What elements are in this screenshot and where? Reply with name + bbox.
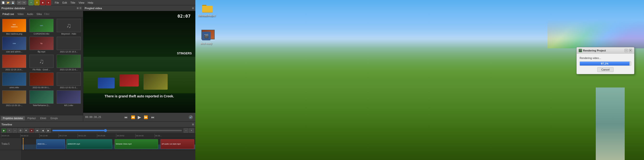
file-item[interactable]: TeleFileName (1... (28, 90, 55, 107)
export-icon[interactable]: ⬆ (34, 0, 40, 5)
tab-emojis[interactable]: Emojis (48, 116, 60, 120)
filter-video[interactable]: Video (16, 12, 24, 16)
tl-prev-btn[interactable]: ◀ (40, 128, 45, 133)
skip-to-start-btn[interactable]: ⏮ (124, 115, 128, 120)
file-item[interactable]: 2021-12-25 15:4... (1, 54, 28, 71)
file-item[interactable]: flip flip.mp4 (28, 36, 55, 53)
file-name: TeleFileName (1... (30, 104, 54, 107)
file-thumb: cow (2, 37, 26, 50)
tl-remove-track-btn[interactable]: − (12, 128, 17, 133)
tl-next-btn[interactable]: ▶ (46, 128, 51, 133)
tab-prijelazi[interactable]: Prijelazi (25, 116, 38, 120)
volume-btn[interactable]: 🔊 (188, 115, 193, 119)
menu-help[interactable]: Help (86, 1, 95, 4)
tl-zoom-fill (52, 130, 104, 131)
ruler-marks: 00:04:16 00:08:32 00:12:48 00:17:04 00:2… (1, 134, 174, 138)
file-item[interactable]: umro.mkv (1, 72, 28, 89)
timeline-header: Timeline ⊞ (0, 122, 195, 127)
tl-zoom-slider[interactable] (52, 130, 182, 131)
render-cancel-btn[interactable]: Cancel (597, 67, 614, 72)
record-icon[interactable]: ● (46, 0, 51, 5)
file-name: 2021-12-31 01-2... (57, 86, 81, 89)
panel-grid-icon[interactable]: ⊞ (77, 7, 79, 10)
timeline-controls: ▶ + − ⚙ ▼ ● ⏮ ◀ ▶ − + (0, 127, 195, 134)
clip[interactable]: aMADOR.mp4 (66, 139, 112, 149)
file-thumb (57, 55, 81, 68)
menu-file[interactable]: File (53, 1, 60, 4)
dialog-minimize-btn[interactable]: − (624, 49, 628, 52)
undo-icon[interactable]: ↩ (17, 1, 22, 5)
tl-record-btn[interactable]: ● (29, 128, 34, 133)
file-item[interactable]: 2022-01-08 00-1... (28, 72, 55, 89)
file-item[interactable]: cow cow and admin... (1, 36, 28, 53)
menu-view[interactable]: View (77, 1, 86, 4)
open-file-icon[interactable]: 📂 (6, 1, 10, 5)
file-item[interactable]: cars CARSHOW.mkv (28, 18, 55, 36)
menu-bar: 📄 📂 💾 ↩ ↪ + ⬆ ■ ● File Edit Title View H… (0, 0, 195, 5)
file-item[interactable]: 2021-12-29 22-0... (56, 54, 82, 71)
clip[interactable]: Melanie Gtee.mp4 (114, 139, 158, 149)
tl-add-track-btn[interactable]: + (7, 128, 12, 133)
skrei-icon: 🎬 (200, 30, 212, 42)
skip-to-end-btn[interactable]: ⏭ (150, 115, 155, 120)
main-content: Projektne datoteke ⊞ ☰ Prikaži sve Video… (0, 5, 195, 121)
redo-icon[interactable]: ↪ (22, 1, 26, 5)
play-pause-btn[interactable]: ▶ (138, 115, 141, 120)
video-preview: Pregled videa ⊞ STINGERS (83, 5, 195, 121)
preview-menu-icon[interactable]: ⊞ (192, 7, 194, 10)
filter-input[interactable] (44, 13, 82, 16)
filter-image[interactable]: Slika (36, 12, 43, 16)
clip[interactable]: 2022-01-... (36, 139, 65, 149)
ruler-mark: 00:21:20 (78, 134, 97, 138)
fast-forward-btn[interactable]: ⏩ (143, 115, 148, 120)
timeline-area: Timeline ⊞ ▶ + − ⚙ ▼ ● ⏮ ◀ ▶ − + 00:04:1… (0, 121, 195, 160)
clip[interactable]: off audio cut start.mp4 (160, 139, 194, 149)
tab-projektne[interactable]: Projektne datoteke (1, 116, 25, 120)
file-item[interactable]: 2021-12-31 01-2... (56, 72, 82, 89)
file-grid: beznaslova Bez naslova.png cars CARSHOW.… (0, 17, 83, 115)
ruler-mark: 00:25:36 (97, 134, 116, 138)
filter-all[interactable]: Prikaži sve (2, 12, 15, 16)
menu-edit[interactable]: Edit (61, 1, 68, 4)
scene-subtitle: There is grand theft auto reported in Cr… (105, 94, 174, 98)
separator-1 (16, 1, 16, 4)
tl-skip-start-btn[interactable]: ⏮ (35, 128, 40, 133)
track-label: Traka 5 (0, 138, 22, 150)
gta-timer: 02:07 (178, 14, 190, 19)
playhead (23, 138, 24, 150)
stinger-badge: STINGERS (177, 52, 192, 55)
tl-zoom-thumb (104, 129, 107, 132)
file-item[interactable]: ♫ Beyoncé - Halo (56, 18, 82, 36)
timeline-menu-icon[interactable]: ⊞ (192, 123, 194, 126)
filter-audio[interactable]: Audio (26, 12, 34, 16)
file-item[interactable]: 2021-12-25 15:3... (56, 36, 82, 53)
file-item[interactable]: 2021-12-25 15-... (1, 90, 28, 107)
desktop-icon-skrei[interactable]: 🎬 skrei ready (198, 30, 215, 45)
panel-list-icon[interactable]: ☰ (79, 7, 82, 10)
file-thumb: ♫ (30, 55, 54, 68)
tl-play-btn[interactable]: ▶ (2, 128, 6, 133)
dialog-close-btn[interactable]: ✕ (629, 49, 632, 52)
file-item[interactable]: beznaslova Bez naslova.png (1, 18, 28, 36)
menu-title[interactable]: Title (69, 1, 77, 4)
render-dialog-body: Rendering video... 97,1% Cancel (577, 54, 634, 74)
save-icon[interactable]: 💾 (10, 1, 15, 5)
desktop-icon-bez-naslova[interactable]: Bez naslova.l... (198, 14, 215, 17)
file-item[interactable]: kill 2.mkv (56, 90, 82, 107)
render-status: Rendering video... (580, 57, 631, 59)
file-browser: Projektne datoteke ⊞ ☰ Prikaži sve Video… (0, 5, 83, 121)
track-row[interactable]: 2022-01-... aMADOR.mp4 Melanie Gtee.mp4 … (22, 138, 195, 150)
separator-3 (52, 1, 52, 4)
stop-icon[interactable]: ■ (40, 0, 45, 5)
svg-text:🎬: 🎬 (204, 34, 209, 38)
rewind-btn[interactable]: ⏪ (130, 115, 136, 120)
add-icon[interactable]: + (28, 0, 34, 5)
tl-zoom-in-btn[interactable]: + (189, 128, 194, 133)
tl-zoom-out-btn[interactable]: − (184, 128, 188, 133)
tab-efekti[interactable]: Efekti (38, 116, 48, 120)
dialog-title-text: 🎬 Rendering Project (579, 49, 606, 52)
new-file-icon[interactable]: 📄 (1, 1, 5, 5)
file-item[interactable]: ♫ Flo Rida - Good ... (28, 54, 55, 71)
tl-settings-btn[interactable]: ⚙ (18, 128, 23, 133)
tl-down-arrow-btn[interactable]: ▼ (24, 128, 28, 133)
